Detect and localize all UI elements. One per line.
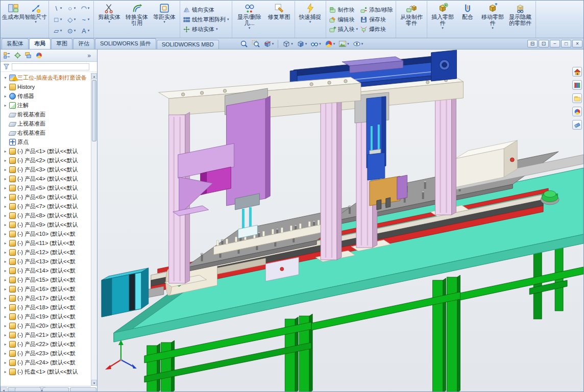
quick-snaps-button[interactable]: 快速捕捉 ▾ xyxy=(297,2,324,25)
tree-item[interactable]: ▸ (-) 产品<4> (默认<<默认 xyxy=(2,174,90,183)
document-tab[interactable] xyxy=(42,387,69,391)
point-icon[interactable]: ⊙▾ xyxy=(64,25,78,36)
show-hidden-components-button[interactable]: 显示隐藏的零部件 xyxy=(506,2,534,27)
tree-item[interactable]: ▸ (-) 产品<23> (默认<<默 xyxy=(2,349,90,358)
expand-arrow-icon[interactable]: ▸ xyxy=(3,324,8,328)
3d-model-view[interactable] xyxy=(98,50,583,392)
tree-item[interactable]: ▸ (-) 产品<14> (默认<<默 xyxy=(2,266,90,275)
edit-appearance-icon[interactable]: ▾ xyxy=(324,39,336,48)
close-button[interactable]: × xyxy=(572,40,582,47)
filter-funnel-icon[interactable] xyxy=(3,63,10,70)
tree-item[interactable]: ▸ (-) 产品<9> (默认<<默认 xyxy=(2,220,90,229)
scroll-down-icon[interactable]: ▾ xyxy=(91,380,97,386)
rectangle-icon[interactable]: □▾ xyxy=(51,14,64,25)
dropdown-arrow-icon[interactable]: ▾ xyxy=(60,6,62,10)
expand-arrow-icon[interactable]: ▸ xyxy=(3,370,8,374)
display-delete-relations-button[interactable]: 显示/删除几... ▾ xyxy=(234,2,265,31)
dropdown-arrow-icon[interactable]: ▾ xyxy=(88,29,90,33)
doc-restore-button[interactable]: ⊡ xyxy=(539,40,549,47)
expand-panel-icon[interactable]: » xyxy=(87,52,95,59)
tree-item[interactable]: ▸ History xyxy=(2,82,90,91)
mirror-entities-button[interactable]: 镜向实体 xyxy=(182,5,230,15)
expand-arrow-icon[interactable]: ▸ xyxy=(3,195,8,200)
tree-filter-input[interactable] xyxy=(12,63,89,70)
expand-arrow-icon[interactable]: ▸ xyxy=(3,241,8,246)
restore-button[interactable]: □ xyxy=(561,40,571,47)
expand-arrow-icon[interactable]: ▸ xyxy=(3,333,8,337)
offset-entities-button[interactable]: 等距实体 ▾ xyxy=(151,2,178,25)
zoom-area-icon[interactable] xyxy=(251,39,261,48)
section-view-icon[interactable]: ▾ xyxy=(262,39,275,48)
expand-arrow-icon[interactable]: ▸ xyxy=(3,342,8,347)
expand-arrow-icon[interactable]: ▸ xyxy=(3,351,8,356)
expand-arrow-icon[interactable]: ▸ xyxy=(3,149,8,154)
dropdown-arrow-icon[interactable]: ▾ xyxy=(88,17,90,21)
propertymanager-tab-icon[interactable] xyxy=(13,51,22,60)
home-icon[interactable] xyxy=(572,67,582,77)
dropdown-arrow-icon[interactable]: ▾ xyxy=(305,42,307,46)
add-remove-button[interactable]: 添加/移除 xyxy=(359,5,394,15)
dropdown-arrow-icon[interactable]: ▾ xyxy=(442,26,444,30)
insert-block-button[interactable]: 插入块 ▾ xyxy=(328,24,359,34)
tree-item[interactable]: ▸ (-) 产品<24> (默认<<默 xyxy=(2,358,90,367)
dropdown-arrow-icon[interactable]: ▾ xyxy=(309,20,311,24)
dropdown-arrow-icon[interactable]: ▾ xyxy=(347,42,349,46)
convert-entities-button[interactable]: 转换实体引用 xyxy=(123,2,151,27)
expand-arrow-icon[interactable]: ▾ xyxy=(3,76,8,80)
command-tab[interactable]: SOLIDWORKS 插件 xyxy=(95,38,156,49)
hide-show-items-icon[interactable]: ▾ xyxy=(309,39,322,48)
configurationmanager-tab-icon[interactable] xyxy=(24,51,33,60)
expand-arrow-icon[interactable]: ▸ xyxy=(3,314,8,319)
circle-icon[interactable]: ○▾ xyxy=(64,3,78,14)
command-tab[interactable]: 装配体 xyxy=(2,38,29,49)
document-tab[interactable] xyxy=(15,387,41,391)
expand-arrow-icon[interactable]: ▸ xyxy=(3,287,8,291)
make-part-from-block-button[interactable]: 从块制作零件 xyxy=(398,2,425,27)
mate-button[interactable]: 配合 xyxy=(456,2,479,21)
parallelogram-icon[interactable]: ▱▾ xyxy=(51,25,64,36)
tree-item[interactable]: ▸ (-) 产品<8> (默认<<默认 xyxy=(2,211,90,220)
command-tab[interactable]: 评估 xyxy=(73,38,94,49)
command-tab[interactable]: SOLIDWORKS MBD xyxy=(157,40,219,49)
tree-item[interactable]: ▸ 原点 xyxy=(2,137,90,146)
tree-item[interactable]: ▸ 右视基准面 xyxy=(2,128,90,137)
line-icon[interactable]: \▾ xyxy=(51,3,64,14)
tree-item[interactable]: ▸ (-) 产品<22> (默认<<默 xyxy=(2,339,90,349)
dropdown-arrow-icon[interactable]: ▾ xyxy=(319,42,321,46)
dropdown-arrow-icon[interactable]: ▾ xyxy=(74,29,76,33)
tree-item[interactable]: ▸ (-) 产品<17> (默认<<默 xyxy=(2,293,90,303)
tree-item[interactable]: ▸ 前视基准面 xyxy=(2,110,90,119)
command-tab[interactable]: 布局 xyxy=(29,38,51,49)
view-orientation-icon[interactable]: ▾ xyxy=(281,39,294,48)
dropdown-arrow-icon[interactable]: ▾ xyxy=(60,29,62,33)
tree-item[interactable]: ▸ (-) 产品<20> (默认<<默 xyxy=(2,321,90,330)
spline-icon[interactable]: ~▾ xyxy=(78,14,92,25)
expand-arrow-icon[interactable]: ▸ xyxy=(3,167,8,172)
tree-vertical-scrollbar[interactable]: ▴ ▾ xyxy=(91,73,97,386)
expand-arrow-icon[interactable]: ▸ xyxy=(3,360,8,365)
explode-block-button[interactable]: 爆炸块 xyxy=(359,24,394,34)
tree-item[interactable]: ▸ (-) 产品<18> (默认<<默 xyxy=(2,303,90,312)
expand-arrow-icon[interactable]: ▸ xyxy=(3,177,8,181)
expand-arrow-icon[interactable]: ▸ xyxy=(3,223,8,227)
save-block-button[interactable]: 保存块 xyxy=(359,15,394,24)
dropdown-arrow-icon[interactable]: ▾ xyxy=(492,26,494,30)
dropdown-arrow-icon[interactable]: ▾ xyxy=(249,26,251,30)
move-entities-button[interactable]: 移动实体 ▾ xyxy=(182,24,230,34)
dropdown-arrow-icon[interactable]: ▾ xyxy=(88,6,90,10)
linear-sketch-pattern-button[interactable]: 线性草图阵列 ▾ xyxy=(182,15,230,24)
dropdown-arrow-icon[interactable]: ▾ xyxy=(74,6,76,10)
scroll-up-icon[interactable]: ▴ xyxy=(91,73,97,79)
tree-item[interactable]: ▸ 上视基准面 xyxy=(2,119,90,128)
smart-dimension-button[interactable]: 智能尺寸 ▾ xyxy=(25,2,47,25)
custom-properties-icon[interactable] xyxy=(572,120,582,130)
tree-item[interactable]: ▸ (-) 托盘<1> (默认<<默认 xyxy=(2,367,90,376)
text-icon[interactable]: A▾ xyxy=(78,25,92,36)
dropdown-arrow-icon[interactable]: ▾ xyxy=(108,20,110,24)
minimize-button[interactable]: − xyxy=(550,40,560,47)
file-explorer-icon[interactable] xyxy=(572,93,582,103)
dropdown-arrow-icon[interactable]: ▾ xyxy=(60,17,62,21)
document-tab[interactable] xyxy=(70,387,96,391)
expand-arrow-icon[interactable]: ▸ xyxy=(3,158,8,163)
expand-arrow-icon[interactable]: ▸ xyxy=(3,305,8,310)
